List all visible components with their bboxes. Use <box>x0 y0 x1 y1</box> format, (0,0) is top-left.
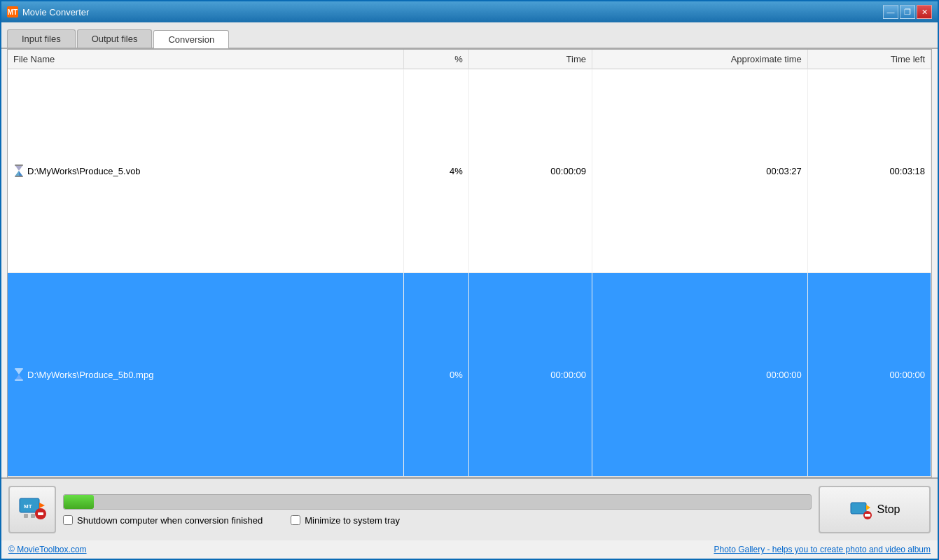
col-approx-time: Approximate time <box>592 50 807 69</box>
cell-filename: D:\MyWorks\Produce_5.vob <box>8 69 403 273</box>
footer-left-link[interactable]: © MovieToolbox.com <box>8 545 87 554</box>
progress-and-options: Shutdown computer when conversion finish… <box>63 494 812 526</box>
svg-rect-10 <box>38 512 43 515</box>
cell-time-left: 00:00:00 <box>807 273 931 477</box>
cell-time: 00:00:00 <box>468 273 592 477</box>
cell-approx-time: 00:00:00 <box>592 273 807 477</box>
bottom-bar: MT Shutdown computer when conversion fin… <box>1 477 938 540</box>
svg-rect-3 <box>15 379 23 381</box>
footer: © MovieToolbox.com Photo Gallery - helps… <box>1 540 938 559</box>
minimize-option[interactable]: Minimize to system tray <box>291 515 400 526</box>
minimize-checkbox[interactable] <box>291 515 300 525</box>
title-bar-left: MT Movie Converter <box>7 6 89 18</box>
cell-approx-time: 00:03:27 <box>592 69 807 273</box>
svg-rect-1 <box>15 176 23 177</box>
tabs-bar: Input files Output files Conversion <box>1 22 938 49</box>
tab-conversion[interactable]: Conversion <box>153 30 229 48</box>
progress-bar-container <box>63 494 812 510</box>
cell-time: 00:00:09 <box>468 69 592 273</box>
col-time: Time <box>468 50 592 69</box>
progress-bar-fill <box>64 495 94 509</box>
minimize-label: Minimize to system tray <box>305 515 400 526</box>
svg-rect-0 <box>15 164 23 166</box>
restore-button[interactable]: ❐ <box>900 5 915 19</box>
cell-time-left: 00:03:18 <box>807 69 931 273</box>
svg-rect-14 <box>865 514 870 517</box>
cell-filename: D:\MyWorks\Produce_5b0.mpg <box>8 273 403 477</box>
main-content: File Name % Time Approximate time Time l… <box>7 49 932 477</box>
file-table: File Name % Time Approximate time Time l… <box>8 50 931 477</box>
close-button[interactable]: ✕ <box>917 5 932 19</box>
table-header-row: File Name % Time Approximate time Time l… <box>8 50 931 69</box>
svg-rect-11 <box>851 503 866 514</box>
logo-button[interactable]: MT <box>8 486 56 533</box>
stop-button[interactable]: Stop <box>819 486 931 533</box>
cell-percent: 4% <box>403 69 468 273</box>
col-filename: File Name <box>8 50 403 69</box>
title-bar-buttons: — ❐ ✕ <box>883 5 932 19</box>
shutdown-checkbox[interactable] <box>63 515 73 525</box>
svg-rect-2 <box>15 368 23 370</box>
shutdown-label: Shutdown computer when conversion finish… <box>77 515 263 526</box>
col-percent: % <box>403 50 468 69</box>
shutdown-option[interactable]: Shutdown computer when conversion finish… <box>63 515 263 526</box>
options-row: Shutdown computer when conversion finish… <box>63 515 812 526</box>
main-window: MT Movie Converter — ❐ ✕ Input files Out… <box>0 0 939 560</box>
svg-rect-6 <box>24 514 28 518</box>
stop-icon <box>849 498 872 521</box>
col-time-left: Time left <box>807 50 931 69</box>
svg-marker-12 <box>866 505 870 510</box>
tab-output-files[interactable]: Output files <box>77 29 153 48</box>
filename-text: D:\MyWorks\Produce_5b0.mpg <box>27 370 153 380</box>
table-row[interactable]: D:\MyWorks\Produce_5.vob 4%00:00:0900:03… <box>8 69 931 273</box>
app-icon: MT <box>7 6 18 18</box>
svg-rect-7 <box>31 514 35 518</box>
tab-input-files[interactable]: Input files <box>7 29 76 48</box>
app-title: Movie Converter <box>22 7 89 18</box>
logo-icon: MT <box>18 493 46 526</box>
svg-marker-5 <box>39 503 45 508</box>
hourglass-icon <box>13 164 25 177</box>
minimize-button[interactable]: — <box>883 5 898 19</box>
table-row[interactable]: D:\MyWorks\Produce_5b0.mpg 0%00:00:0000:… <box>8 273 931 477</box>
app-icon-text: MT <box>8 8 18 16</box>
footer-right-link[interactable]: Photo Gallery - helps you to create phot… <box>714 545 931 554</box>
cell-percent: 0% <box>403 273 468 477</box>
title-bar: MT Movie Converter — ❐ ✕ <box>1 1 938 22</box>
svg-text:MT: MT <box>24 503 32 510</box>
hourglass-icon <box>13 368 25 381</box>
filename-text: D:\MyWorks\Produce_5.vob <box>27 166 141 176</box>
stop-label: Stop <box>877 503 900 516</box>
